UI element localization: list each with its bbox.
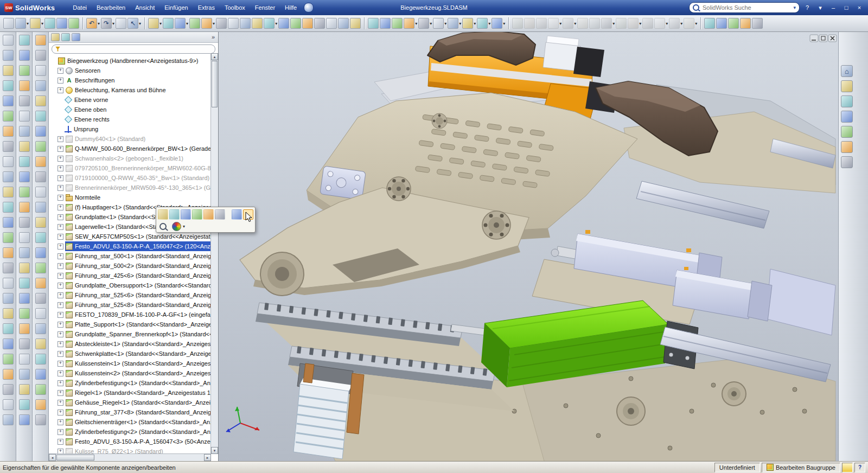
helix-spiral-icon[interactable] (19, 384, 30, 395)
tree-item[interactable]: +Festo_ADVU_63-150-A-P-A_156047<2> (120<… (49, 241, 218, 251)
tree-item[interactable]: +Führung_star_377<8> (Standard<Standard_… (49, 407, 218, 417)
sketch-fillet-icon[interactable] (3, 399, 14, 410)
tree-item[interactable]: Biegewerkzeug (Handbrenner<Anzeigestatus… (49, 56, 218, 66)
undo-dropdown[interactable]: ▾ (98, 21, 100, 26)
tree-item[interactable]: Ebene oben (49, 105, 218, 114)
extend-entities-icon[interactable] (3, 308, 14, 319)
perimeter-circle-icon[interactable] (3, 141, 14, 152)
expand-toggle[interactable]: + (58, 146, 63, 152)
linear-component-pattern-icon[interactable] (175, 18, 186, 29)
zoom-to-selection-icon[interactable] (159, 223, 167, 230)
reference-axis-icon[interactable] (19, 338, 30, 349)
tabs-overflow-button[interactable]: » (212, 34, 216, 40)
rib-icon[interactable] (19, 217, 30, 228)
tree-item[interactable]: Ebene rechts (49, 114, 218, 124)
sensors-icon[interactable] (35, 399, 46, 410)
exploded-view-icon[interactable] (302, 18, 313, 29)
mirror-feature-icon[interactable] (19, 263, 30, 273)
hole-alignment-icon[interactable] (35, 338, 46, 349)
mirror-entities-icon[interactable] (642, 18, 653, 29)
linear-sketch-pattern-icon[interactable] (654, 18, 665, 29)
featuremanager-tab[interactable] (51, 33, 60, 41)
assembly-features-icon[interactable] (252, 18, 263, 29)
help-button[interactable]: ? (802, 3, 813, 12)
tree-item[interactable]: +Brennerinnenkörper_MRW509-45°-130_365<1… (49, 183, 218, 193)
expand-toggle[interactable]: + (58, 429, 63, 435)
replace-components-icon[interactable] (228, 18, 239, 29)
sketch-chamfer-icon[interactable] (3, 414, 14, 425)
rectangle-icon[interactable] (3, 187, 14, 197)
view-palette-tab[interactable] (841, 126, 853, 138)
sketch-icon[interactable] (512, 18, 523, 29)
mate-icon[interactable] (181, 209, 191, 220)
extruded-boss-icon[interactable] (19, 35, 30, 46)
rotate-component-icon[interactable] (35, 171, 46, 182)
tree-item[interactable]: +ABeschriftungen (49, 75, 218, 85)
point-icon[interactable] (3, 263, 14, 273)
circle-dropdown[interactable]: ▾ (574, 21, 576, 26)
titlebar-dropdown[interactable]: ▾ (815, 3, 826, 12)
fillet-icon[interactable] (19, 187, 30, 197)
equations-icon[interactable] (740, 18, 751, 29)
move-component-icon[interactable] (201, 18, 212, 29)
smart-fasteners-icon[interactable] (189, 18, 200, 29)
explode-line-sketch-icon[interactable] (35, 293, 46, 304)
expand-toggle[interactable]: + (58, 351, 63, 357)
interference-detection-icon[interactable] (326, 18, 337, 29)
tree-item[interactable]: +0797205100_Brennerinnenkörper_MRW602-60… (49, 163, 218, 173)
tree-horizontal-scrollbar[interactable]: ◂ ▸ (49, 453, 211, 461)
convert-entities-icon[interactable] (3, 323, 14, 334)
expand-toggle[interactable]: + (58, 361, 63, 367)
tree-item[interactable]: +Kulissenstein<1> (Standard<<Standard>_A… (49, 359, 218, 368)
save-dropdown[interactable]: ▾ (41, 21, 43, 26)
tree-item[interactable]: +0719100000_Q-RWW_450-35°_Bw<1> (Standar… (49, 173, 218, 183)
appearance-edit-icon[interactable] (243, 209, 253, 220)
polygon-icon[interactable] (3, 217, 14, 228)
zoom-to-area-icon[interactable] (380, 18, 391, 29)
scroll-left-button[interactable]: ◂ (49, 454, 56, 461)
expand-toggle[interactable]: + (58, 302, 63, 308)
expand-toggle[interactable]: + (58, 156, 63, 162)
hide-show-items-icon[interactable] (448, 18, 458, 29)
file-explorer-tab[interactable] (841, 95, 853, 107)
linear-component-pattern-dropdown[interactable]: ▾ (186, 21, 188, 26)
tree-item[interactable]: Ursprung (49, 124, 218, 134)
expand-toggle[interactable]: + (58, 283, 63, 289)
smart-fasteners-icon[interactable] (35, 141, 46, 152)
open-dropdown[interactable]: ▾ (27, 21, 29, 26)
edit-appearance-icon[interactable] (462, 18, 473, 29)
offset-entities-icon[interactable] (3, 338, 14, 349)
vertical-scroll-thumb[interactable] (212, 61, 218, 107)
circular-component-pattern-icon[interactable] (35, 111, 46, 122)
show-hidden-components-icon[interactable] (35, 202, 46, 213)
centerline-icon[interactable] (577, 18, 588, 29)
tree-item[interactable]: +Festo_ADVU_63-150-A-P-A_156047<3> (50<A… (49, 437, 218, 446)
open-part-icon[interactable] (158, 209, 168, 220)
measure-icon[interactable] (35, 369, 46, 380)
design-binder-icon[interactable] (35, 414, 46, 425)
expand-toggle[interactable]: + (58, 244, 63, 250)
quick-snaps-dropdown[interactable]: ▾ (695, 21, 697, 26)
tree-item[interactable]: +Platte_Support<1> (Standard<<Standard>_… (49, 319, 218, 329)
rebuild-stop-icon[interactable] (116, 18, 126, 29)
quick-tips-icon[interactable] (842, 463, 853, 472)
appearance-dropdown-icon[interactable]: ▾ (183, 224, 185, 229)
search-commands-icon[interactable] (68, 18, 79, 29)
appearances-scenes-tab[interactable] (841, 141, 853, 153)
expand-toggle[interactable]: + (58, 263, 63, 269)
expand-toggle[interactable]: + (58, 68, 63, 74)
search-input[interactable] (701, 4, 791, 11)
redo-icon[interactable]: ↷ (101, 18, 112, 29)
select-dropdown[interactable]: ▾ (139, 21, 141, 26)
mirror-entities-icon[interactable] (3, 354, 14, 365)
replace-components-icon[interactable] (35, 187, 46, 197)
expand-toggle[interactable]: + (58, 380, 63, 386)
hole-series-icon[interactable] (35, 247, 46, 258)
tree-item[interactable]: +SEW_KAF57CMP50S<1> (Standard<<Anzeigest… (49, 232, 218, 241)
tree-item[interactable]: +Q-MWW_500-600_Brennerkörper_BW<1> (Gera… (49, 144, 218, 154)
insert-component-icon[interactable] (35, 35, 46, 46)
circular-pattern-icon[interactable] (19, 293, 30, 304)
view-settings-dropdown[interactable]: ▾ (503, 21, 505, 26)
model-bolt-flange-b[interactable] (482, 211, 510, 239)
document-window-controls[interactable] (810, 35, 837, 42)
